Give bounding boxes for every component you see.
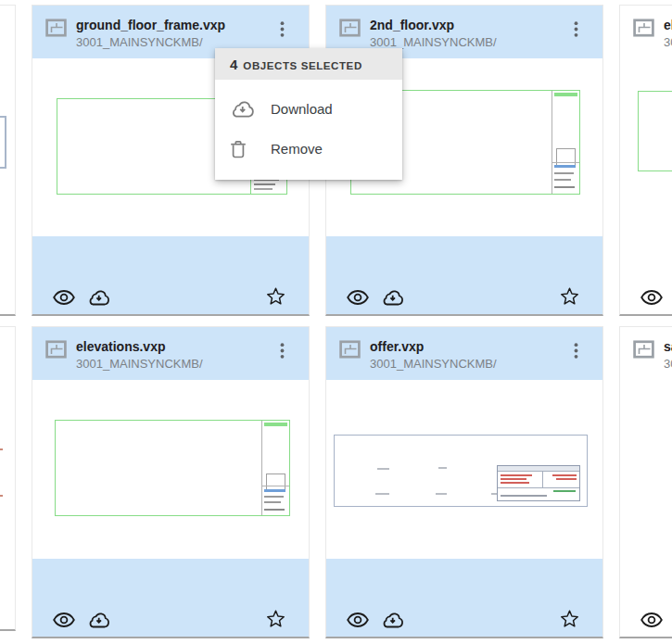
kebab-menu-icon[interactable] xyxy=(574,21,578,58)
context-menu: 4 OBJECTS SELECTED Download Remove xyxy=(215,48,402,180)
title-block xyxy=(552,91,579,194)
file-card-partial-left-bottom[interactable] xyxy=(0,326,16,631)
file-card[interactable]: ele 300 xyxy=(619,5,672,316)
selection-count-header: 4 OBJECTS SELECTED xyxy=(215,48,402,80)
card-footer xyxy=(620,236,672,314)
thumbnail-sheet xyxy=(638,91,672,171)
star-icon[interactable] xyxy=(559,609,580,629)
card-footer xyxy=(326,236,602,314)
card-footer xyxy=(326,559,602,637)
eye-icon[interactable] xyxy=(53,612,75,628)
thumbnail-sheet xyxy=(55,420,290,516)
kebab-menu-icon[interactable] xyxy=(280,343,285,380)
file-name: offer.vxp xyxy=(370,336,566,355)
card-thumbnail[interactable] xyxy=(620,58,672,236)
card-footer xyxy=(0,236,15,314)
card-header: sal 300 xyxy=(620,327,672,380)
star-icon[interactable] xyxy=(265,609,286,629)
file-name: sal xyxy=(664,336,672,355)
eye-icon[interactable] xyxy=(640,289,663,306)
card-header: elevations.vxp 3001_MAINSYNCKMB/ xyxy=(32,327,309,380)
file-name: 2nd_floor.vxp xyxy=(370,15,566,33)
card-footer xyxy=(620,559,672,637)
drawing-file-icon xyxy=(45,340,67,380)
file-name: ground_floor_frame.vxp xyxy=(76,15,273,33)
card-footer xyxy=(0,551,15,629)
card-header: ele 300 xyxy=(620,6,672,58)
menu-item-download[interactable]: Download xyxy=(215,89,402,129)
thumbnail-fragment-mark xyxy=(0,448,3,450)
card-thumbnail[interactable] xyxy=(0,58,15,236)
cloud-download-icon[interactable] xyxy=(87,612,110,628)
card-header xyxy=(0,327,15,380)
star-icon[interactable] xyxy=(265,286,286,307)
card-header: offer.vxp 3001_MAINSYNCKMB/ xyxy=(326,327,602,380)
cloud-download-icon xyxy=(230,100,255,118)
card-thumbnail[interactable] xyxy=(620,380,672,559)
thumbnail-sheet-fragment xyxy=(0,116,6,169)
title-block xyxy=(261,421,289,515)
context-menu-list: Download Remove xyxy=(215,80,402,180)
thumbnail-sheet xyxy=(334,435,588,507)
drawing-file-icon xyxy=(633,340,654,380)
cloud-download-icon[interactable] xyxy=(381,612,404,628)
file-name: ele xyxy=(664,15,672,33)
file-path: 3001_MAINSYNCKMB/ xyxy=(370,355,566,372)
trash-icon xyxy=(230,140,255,158)
file-path: 3001_MAINSYNCKMB/ xyxy=(76,355,273,372)
eye-icon[interactable] xyxy=(347,289,369,306)
menu-item-label: Download xyxy=(271,101,333,117)
cloud-download-icon[interactable] xyxy=(87,289,110,306)
card-thumbnail[interactable] xyxy=(0,380,15,551)
title-block xyxy=(497,465,580,501)
card-footer xyxy=(32,559,309,637)
selection-count: 4 xyxy=(230,57,237,72)
file-card[interactable]: sal 300 xyxy=(619,326,672,638)
cloud-download-icon[interactable] xyxy=(381,289,404,306)
selection-count-label: OBJECTS SELECTED xyxy=(243,60,361,71)
card-footer xyxy=(32,236,309,314)
file-card-partial-left-top[interactable] xyxy=(0,5,16,316)
file-path: 300 xyxy=(664,355,672,372)
star-icon[interactable] xyxy=(559,286,580,307)
drawing-file-icon xyxy=(45,19,67,58)
drawing-file-icon xyxy=(339,340,361,380)
eye-icon[interactable] xyxy=(53,289,75,306)
eye-icon[interactable] xyxy=(640,612,663,628)
file-card[interactable]: elevations.vxp 3001_MAINSYNCKMB/ xyxy=(32,326,310,638)
file-card[interactable]: offer.vxp 3001_MAINSYNCKMB/ xyxy=(325,326,603,638)
drawing-file-icon xyxy=(633,19,654,58)
card-header xyxy=(0,6,15,58)
menu-item-label: Remove xyxy=(271,141,323,157)
eye-icon[interactable] xyxy=(347,612,369,628)
file-path: 300 xyxy=(664,33,672,50)
kebab-menu-icon[interactable] xyxy=(574,343,578,380)
thumbnail-fragment-mark xyxy=(0,495,3,497)
card-thumbnail[interactable] xyxy=(326,380,602,559)
file-name: elevations.vxp xyxy=(76,336,273,355)
card-thumbnail[interactable] xyxy=(32,380,309,559)
menu-item-remove[interactable]: Remove xyxy=(215,129,402,169)
